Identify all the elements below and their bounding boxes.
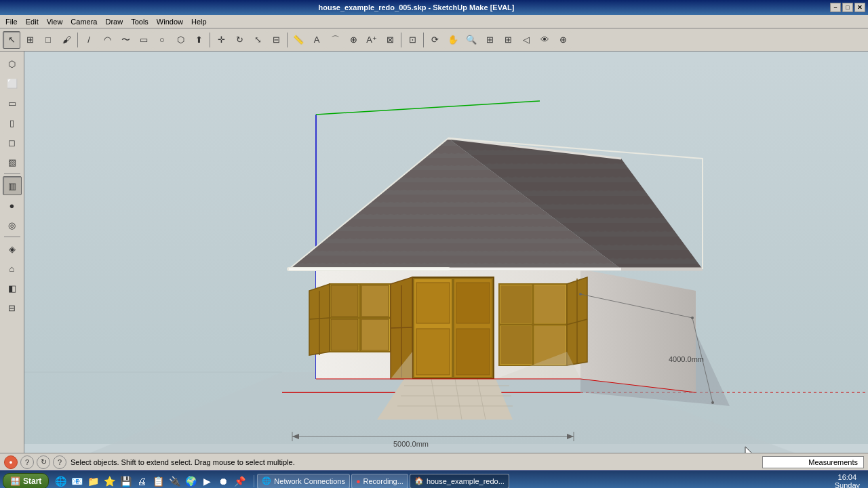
svg-rect-44 [456, 283, 490, 323]
toolbar-tool-20[interactable]: ⊠ [381, 31, 399, 49]
ql-star[interactable]: ⭐ [102, 474, 117, 489]
toolbar-tool-12[interactable]: ↻ [231, 31, 248, 49]
taskbar-clock: 16:04 Sunday [829, 473, 865, 489]
toolbar-tool-29[interactable]: ⊕ [554, 31, 572, 49]
toolbar-tool-8[interactable]: ○ [153, 31, 171, 49]
menu-draw[interactable]: Draw [101, 16, 127, 27]
close-button[interactable]: ✕ [854, 3, 865, 12]
status-circle-2[interactable]: ? [20, 455, 34, 469]
recording-icon: ● [356, 477, 361, 485]
left-tool-3[interactable]: ▯ [3, 113, 22, 132]
toolbar-tool-24[interactable]: 🔍 [462, 31, 480, 49]
left-sep-6 [4, 174, 20, 174]
toolbar-tool-28[interactable]: 👁 [536, 31, 553, 49]
quick-launch-bar: 🌐 📧 📁 ⭐ 💾 🖨 📋 🔌 🌍 ▶ ⏺ 📌 [53, 474, 247, 489]
ql-folder[interactable]: 📁 [85, 474, 100, 489]
toolbar-tool-13[interactable]: ⤡ [249, 31, 267, 49]
menu-camera[interactable]: Camera [66, 16, 101, 27]
ql-play[interactable]: ▶ [199, 474, 214, 489]
svg-line-48 [391, 327, 412, 328]
toolbar-tool-10[interactable]: ⬆ [190, 31, 208, 49]
left-tool-0[interactable]: ⬡ [3, 54, 22, 73]
left-toolbar: ⬡⬜▭▯◻▧▥●◎◈⌂◧⊟ [0, 52, 24, 453]
toolbar-sep-10 [210, 33, 210, 47]
minimize-button[interactable]: – [830, 3, 841, 12]
maximize-button[interactable]: □ [842, 3, 853, 12]
svg-rect-42 [416, 283, 450, 323]
toolbar-tool-17[interactable]: ⌒ [326, 31, 344, 49]
toolbar-tool-4[interactable]: / [80, 31, 98, 49]
taskbar-app-network[interactable]: 🌐 Network Connections [257, 474, 350, 489]
toolbar-tool-1[interactable]: ⊞ [21, 31, 39, 49]
menu-help[interactable]: Help [187, 16, 211, 27]
toolbar-tool-9[interactable]: ⬡ [172, 31, 189, 49]
toolbar-tool-26[interactable]: ⊞ [499, 31, 517, 49]
toolbar-tool-14[interactable]: ⊟ [267, 31, 285, 49]
svg-rect-31 [331, 285, 358, 317]
left-tool-2[interactable]: ▭ [3, 94, 22, 113]
ql-print[interactable]: 🖨 [134, 474, 149, 489]
start-button[interactable]: 🪟 Start [3, 473, 49, 489]
left-tool-9[interactable]: ◈ [3, 239, 22, 258]
ql-pin[interactable]: 📌 [232, 474, 247, 489]
menu-edit[interactable]: Edit [22, 16, 43, 27]
viewport[interactable]: 5000.0mm 4000.0mm [24, 52, 868, 453]
left-tool-10[interactable]: ⌂ [3, 259, 22, 278]
toolbar-tool-21[interactable]: ⊡ [403, 31, 421, 49]
ql-save[interactable]: 💾 [118, 474, 133, 489]
taskbar-app-recording[interactable]: ● Recording... [351, 474, 408, 489]
ql-clipboard[interactable]: 📋 [151, 474, 165, 489]
toolbar-tool-19[interactable]: A⁺ [363, 31, 380, 49]
left-tool-8[interactable]: ◎ [3, 216, 22, 235]
left-tool-12[interactable]: ⊟ [3, 298, 22, 317]
toolbar-tool-11[interactable]: ✛ [212, 31, 230, 49]
left-tool-1[interactable]: ⬜ [3, 74, 22, 93]
menu-window[interactable]: Window [153, 16, 187, 27]
taskbar-sep-1 [254, 475, 254, 487]
left-tool-7[interactable]: ● [3, 196, 22, 215]
status-help[interactable]: ? [53, 455, 66, 469]
toolbar-tool-2[interactable]: □ [39, 31, 57, 49]
toolbar-tool-5[interactable]: ◠ [98, 31, 116, 49]
toolbar-tool-6[interactable]: 〜 [117, 31, 134, 49]
svg-rect-33 [361, 285, 389, 317]
toolbar-tool-3[interactable]: 🖌 [58, 31, 75, 49]
toolbar-tool-22[interactable]: ⟳ [426, 31, 443, 49]
svg-rect-43 [416, 329, 450, 375]
ql-connect[interactable]: 🔌 [167, 474, 182, 489]
toolbar-tool-23[interactable]: ✋ [444, 31, 462, 49]
toolbar-tool-15[interactable]: 📏 [290, 31, 307, 49]
recording-label: Recording... [363, 477, 403, 485]
ql-globe[interactable]: 🌍 [183, 474, 198, 489]
toolbar-tool-16[interactable]: A [308, 31, 326, 49]
svg-point-78 [579, 293, 582, 296]
toolbar-tool-7[interactable]: ▭ [135, 31, 153, 49]
toolbar-tool-18[interactable]: ⊕ [344, 31, 362, 49]
toolbar-tool-27[interactable]: ◁ [517, 31, 535, 49]
left-tool-4[interactable]: ◻ [3, 133, 22, 152]
svg-rect-32 [331, 319, 358, 350]
window-controls: – □ ✕ [830, 3, 865, 12]
svg-rect-59 [500, 285, 532, 323]
ql-record[interactable]: ⏺ [216, 474, 231, 489]
status-bar: ● ? ↻ ? Select objects. Shift to extend … [0, 453, 868, 470]
sketchup-label: house_example_redo... [427, 477, 505, 485]
status-circle-3[interactable]: ↻ [37, 455, 50, 469]
menu-bar: FileEditViewCameraDrawToolsWindowHelp [0, 15, 868, 28]
ql-email[interactable]: 📧 [69, 474, 84, 489]
left-tool-11[interactable]: ◧ [3, 279, 22, 298]
menu-view[interactable]: View [43, 16, 67, 27]
network-icon: 🌐 [262, 476, 271, 485]
toolbar-tool-0[interactable]: ↖ [3, 31, 20, 49]
taskbar-app-sketchup[interactable]: 🏠 house_example_redo... [410, 474, 509, 489]
menu-tools[interactable]: Tools [127, 16, 153, 27]
left-sep-9 [4, 237, 20, 237]
left-tool-6[interactable]: ▥ [3, 176, 22, 195]
toolbar-sep-21 [423, 33, 424, 47]
measurements-box[interactable]: Measurements [762, 456, 864, 468]
ql-browser[interactable]: 🌐 [53, 474, 68, 489]
status-circle-1[interactable]: ● [4, 455, 18, 469]
toolbar-tool-25[interactable]: ⊞ [481, 31, 498, 49]
left-tool-5[interactable]: ▧ [3, 152, 22, 171]
menu-file[interactable]: File [1, 16, 22, 27]
